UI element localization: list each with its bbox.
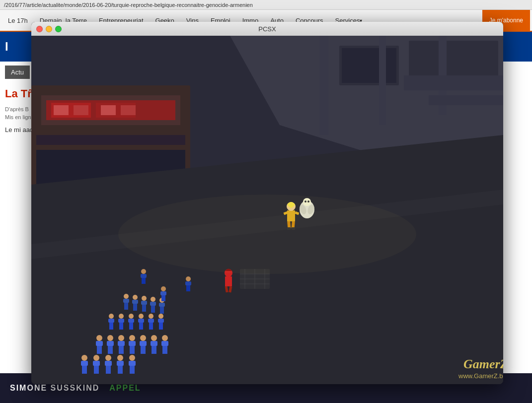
svg-rect-129	[161, 295, 165, 301]
pcsx-game-content: GamerZ www.GamerZ.be	[31, 36, 503, 384]
svg-rect-92	[93, 361, 100, 366]
svg-rect-6	[319, 36, 328, 135]
svg-point-58	[129, 314, 134, 319]
nav-item-le17h[interactable]: Le 17h	[2, 9, 34, 31]
svg-rect-80	[140, 341, 147, 346]
svg-rect-59	[138, 319, 144, 323]
svg-point-103	[129, 355, 135, 361]
svg-point-73	[107, 335, 113, 341]
svg-rect-14	[54, 105, 69, 115]
svg-rect-4	[342, 48, 396, 83]
svg-rect-69	[97, 346, 102, 354]
svg-point-94	[93, 355, 99, 361]
svg-rect-95	[105, 361, 112, 366]
actu-button[interactable]: Actu	[5, 66, 30, 79]
article-date: Mis en lign	[5, 114, 31, 120]
maximize-button[interactable]	[55, 26, 62, 32]
svg-rect-83	[151, 341, 157, 346]
svg-rect-36	[124, 303, 128, 310]
svg-point-100	[117, 355, 123, 361]
site-logo: I	[5, 40, 8, 54]
svg-point-79	[129, 335, 135, 341]
minimize-button[interactable]	[46, 26, 52, 32]
svg-point-61	[139, 314, 144, 319]
svg-point-88	[162, 335, 168, 341]
svg-rect-87	[162, 346, 167, 354]
svg-rect-81	[141, 346, 146, 354]
banner-green-text: APPEL	[109, 384, 141, 393]
svg-rect-17	[121, 105, 136, 115]
svg-rect-56	[128, 319, 134, 323]
svg-rect-39	[133, 304, 137, 311]
svg-rect-96	[106, 366, 111, 374]
svg-rect-48	[160, 307, 164, 314]
url-text: /2016/77/article/actualite/monde/2016-06…	[4, 2, 253, 8]
svg-point-67	[158, 314, 163, 319]
banner-text: SIMONE SUSSKIND	[0, 384, 109, 393]
svg-text:GamerZ: GamerZ	[463, 357, 503, 371]
svg-rect-51	[109, 323, 113, 330]
svg-rect-60	[139, 323, 143, 330]
pcsx-title: PCSX	[258, 25, 276, 33]
svg-rect-74	[118, 341, 125, 346]
svg-rect-93	[94, 366, 99, 374]
svg-point-70	[96, 335, 102, 341]
svg-rect-90	[82, 366, 87, 374]
svg-rect-62	[148, 319, 154, 323]
svg-rect-122	[141, 274, 147, 278]
svg-rect-98	[117, 361, 124, 366]
svg-point-43	[142, 296, 147, 301]
svg-rect-44	[150, 302, 156, 306]
svg-rect-45	[151, 306, 155, 313]
svg-rect-125	[185, 281, 191, 285]
svg-rect-54	[119, 323, 123, 330]
svg-point-76	[118, 335, 124, 341]
svg-rect-57	[129, 323, 133, 330]
svg-rect-33	[404, 75, 503, 90]
pcsx-titlebar: PCSX	[31, 22, 503, 36]
svg-rect-75	[119, 346, 124, 354]
pcsx-window: PCSX	[31, 22, 503, 384]
close-button[interactable]	[36, 26, 43, 32]
svg-rect-35	[123, 299, 129, 303]
svg-point-130	[161, 286, 166, 291]
svg-point-85	[151, 335, 157, 341]
svg-rect-72	[108, 346, 113, 354]
svg-rect-77	[129, 341, 136, 346]
svg-text:www.GamerZ.be: www.GamerZ.be	[458, 372, 503, 380]
svg-rect-89	[81, 361, 88, 366]
svg-rect-15	[74, 105, 88, 115]
svg-rect-66	[159, 323, 163, 330]
svg-rect-42	[142, 305, 146, 312]
svg-point-52	[109, 314, 114, 319]
svg-rect-7	[379, 36, 386, 125]
svg-rect-41	[141, 301, 147, 305]
svg-rect-65	[158, 319, 164, 323]
svg-rect-63	[149, 323, 153, 330]
svg-rect-53	[118, 319, 124, 323]
svg-rect-16	[101, 105, 116, 115]
svg-rect-68	[96, 341, 103, 346]
svg-rect-123	[142, 278, 146, 284]
svg-rect-18	[36, 135, 185, 145]
game-scene: GamerZ www.GamerZ.be	[31, 36, 503, 384]
svg-rect-128	[160, 291, 166, 295]
svg-point-82	[140, 335, 146, 341]
svg-rect-78	[130, 346, 135, 354]
svg-rect-102	[130, 366, 135, 374]
svg-rect-99	[118, 366, 123, 374]
svg-point-127	[186, 276, 191, 281]
svg-point-124	[141, 269, 146, 274]
svg-rect-104	[225, 276, 232, 286]
svg-rect-50	[108, 319, 114, 323]
svg-rect-71	[107, 341, 114, 346]
svg-point-46	[151, 297, 155, 302]
svg-point-64	[149, 314, 153, 319]
url-bar: /2016/77/article/actualite/monde/2016-06…	[0, 0, 532, 10]
svg-rect-34	[429, 95, 503, 105]
game-svg: GamerZ www.GamerZ.be	[31, 36, 503, 384]
svg-point-131	[118, 195, 416, 274]
svg-rect-38	[132, 300, 138, 304]
svg-rect-101	[129, 361, 136, 366]
svg-point-91	[81, 355, 87, 361]
